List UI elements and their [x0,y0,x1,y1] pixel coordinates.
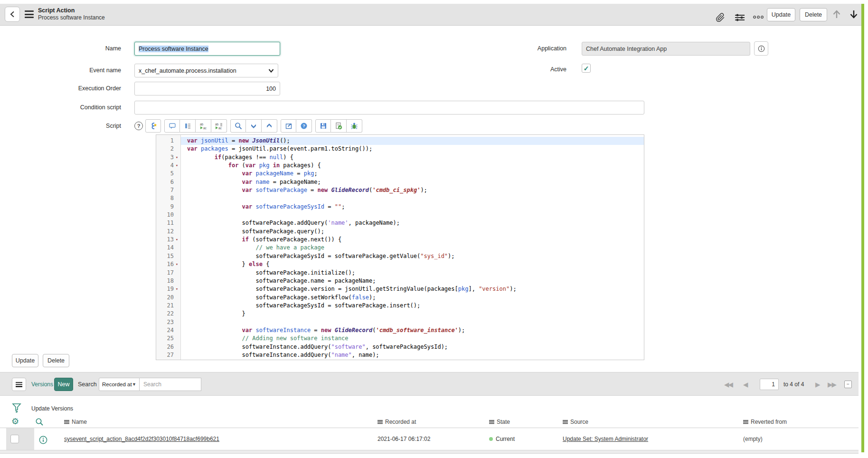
code-line-22[interactable]: } [181,310,644,318]
active-checkbox[interactable]: ✓ [582,64,591,73]
code-line-4[interactable]: for (var pkg in packages) { [181,162,644,170]
code-line-3[interactable]: if(packages !== null) { [181,153,644,162]
update-button[interactable]: Update [767,8,795,21]
find-previous-button[interactable] [262,119,277,133]
code-line-26[interactable]: softwareInstance.addQuery("software", so… [181,343,644,351]
row-checkbox[interactable] [10,435,19,443]
code-line-9[interactable]: var softwarePackageSysId = ""; [181,203,644,211]
replace-all-button[interactable]: abac [211,119,227,133]
save-button[interactable] [315,119,331,133]
delete-button-bottom[interactable]: Delete [43,354,69,367]
code-line-16[interactable]: } else { [181,260,644,268]
column-header-source[interactable]: Source [563,419,588,425]
code-line-11[interactable]: softwarePackage.addQuery('name', package… [181,219,644,227]
gutter-line: 25 [156,334,180,343]
code-line-8[interactable] [181,194,644,202]
format-code-button[interactable] [180,119,196,133]
code-line-6[interactable]: var name = packageName; [181,178,644,186]
search-field-select[interactable]: Recorded at ▼ [99,378,140,391]
debug-button[interactable] [347,119,362,133]
related-list-title[interactable]: Versions [31,372,53,396]
code-line-12[interactable]: softwarePackage.query(); [181,228,644,236]
source-link[interactable]: Update Set: System Administrator [563,436,648,442]
code-line-20[interactable]: softwarePackage.setWorkflow(false); [181,294,644,302]
comment-button[interactable] [164,119,180,133]
gutter-line[interactable]: 3▾ [156,153,180,162]
code-line-7[interactable]: var softwarePackage = new GlideRecord('c… [181,186,644,194]
context-menu-icon[interactable] [25,10,34,18]
editor-help-button[interactable]: ? [296,119,312,133]
row-info-icon[interactable] [39,436,47,444]
personalize-form-icon[interactable] [735,13,745,22]
page-number-input[interactable]: 1 [760,379,779,390]
list-gear-icon[interactable]: ⚙ [11,417,19,426]
next-page-icon[interactable]: ▶ [815,372,820,396]
breadcrumb[interactable]: Update Versions [31,405,73,412]
column-menu-icon[interactable] [489,420,494,424]
event-name-select[interactable]: x_chef_automate.process.installation [134,64,278,77]
code-line-2[interactable]: var packages = jsonUtil.parse(event.parm… [181,145,644,153]
gutter-line[interactable]: 16▾ [156,260,180,268]
code-line-27[interactable]: softwareInstance.addQuery("name", name); [181,351,644,359]
list-search-icon[interactable] [35,418,44,426]
code-line-19[interactable]: softwarePackage.version = jsonUtil.getSt… [181,285,644,293]
code-line-24[interactable]: var softwareInstance = new GlideRecord('… [181,326,644,334]
application-info-button[interactable] [754,41,768,56]
update-button-bottom[interactable]: Update [12,354,38,367]
code-line-10[interactable] [181,211,644,219]
delete-button[interactable]: Delete [800,8,827,21]
column-header-recorded-at[interactable]: Recorded at [377,419,416,425]
replace-button[interactable]: abac [196,119,211,133]
scroll-down-icon[interactable] [849,9,859,19]
name-input[interactable]: Process software Instance [134,42,280,56]
list-search-input[interactable]: Search [140,378,201,391]
back-button[interactable] [5,7,20,22]
script-help-icon[interactable]: ? [134,122,143,130]
last-page-icon[interactable]: ▶▶ [828,372,836,396]
collapse-list-icon[interactable]: − [844,381,852,388]
new-button[interactable]: New [54,378,73,391]
open-standalone-button[interactable] [281,119,296,133]
column-menu-icon[interactable] [64,420,69,424]
gutter-line[interactable]: 13▾ [156,236,180,244]
condition-script-input[interactable] [134,101,644,114]
find-next-button[interactable] [246,119,262,133]
attachment-icon[interactable] [716,13,725,22]
code-line-18[interactable]: softwarePackage.name = packageName; [181,277,644,285]
column-menu-icon[interactable] [377,420,383,424]
column-menu-icon[interactable] [563,420,568,424]
editor-code[interactable]: var jsonUtil = new JsonUtil();var packag… [181,135,644,360]
cell-name[interactable]: sysevent_script_action_8acd4f2d2f303010f… [64,428,219,450]
gutter-line: 18 [156,277,180,285]
filter-icon[interactable] [12,403,21,414]
svg-text:?: ? [302,124,305,128]
scroll-up-icon[interactable] [832,9,841,19]
gutter-line[interactable]: 4▾ [156,162,180,170]
column-header-reverted-from[interactable]: Reverted from [743,419,787,425]
syntax-check-button[interactable] [145,119,161,133]
previous-page-icon[interactable]: ◀ [743,372,748,396]
code-line-5[interactable]: var packageName = pkg; [181,170,644,178]
code-line-13[interactable]: if (softwarePackage.next()) { [181,236,644,244]
code-line-15[interactable]: softwarePackageSysId = softwarePackage.g… [181,252,644,260]
column-header-name[interactable]: Name [64,419,87,425]
cell-source[interactable]: Update Set: System Administrator [563,428,648,450]
more-options-icon[interactable] [753,15,764,19]
column-menu-icon[interactable] [743,420,748,424]
first-page-icon[interactable]: ◀◀ [724,372,732,396]
cell-state: Current [489,428,515,450]
gutter-line[interactable]: 19▾ [156,285,180,293]
record-link[interactable]: sysevent_script_action_8acd4f2d2f303010f… [64,436,219,442]
code-line-21[interactable]: softwarePackageSysId = softwarePackage.i… [181,302,644,310]
code-line-17[interactable]: softwarePackage.initialize(); [181,269,644,277]
search-button[interactable] [230,119,246,133]
script-editor[interactable]: 123▾4▾5678910111213▾141516▾171819▾202122… [156,134,644,360]
code-line-14[interactable]: // we have a package [181,244,644,252]
execution-order-input[interactable]: 100 [134,82,280,95]
code-line-25[interactable]: // Adding new software instance [181,334,644,343]
code-line-23[interactable] [181,318,644,326]
list-menu-button[interactable] [12,378,26,391]
column-header-state[interactable]: State [489,419,510,425]
code-line-1[interactable]: var jsonUtil = new JsonUtil(); [181,137,644,145]
validate-button[interactable] [331,119,347,133]
